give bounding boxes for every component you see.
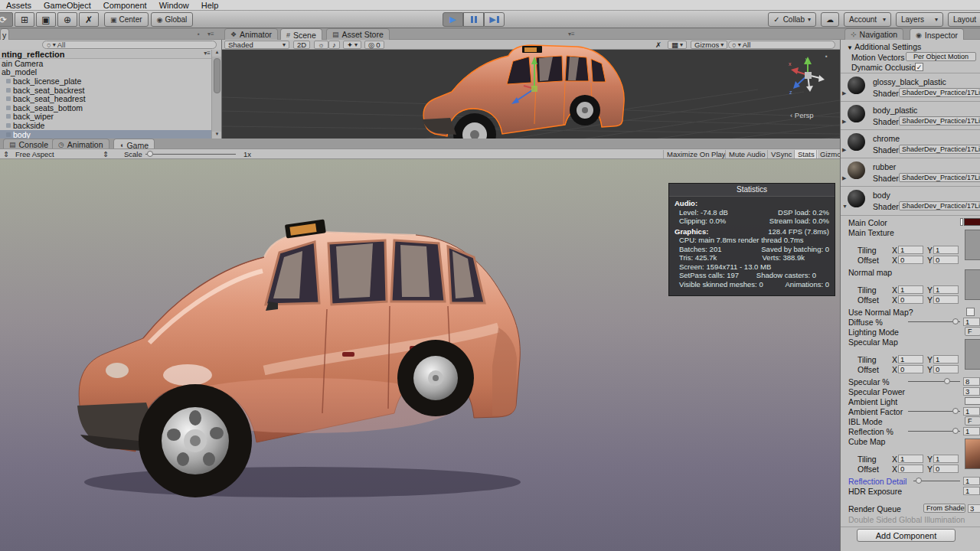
layout-dropdown[interactable]: Layout▾ xyxy=(948,12,980,27)
tab-scene[interactable]: #Scene xyxy=(280,28,322,41)
shading-mode-dropdown[interactable]: Shaded▾ xyxy=(224,41,289,49)
gizmos-dropdown-button[interactable]: Gizmos▾ xyxy=(816,150,840,158)
hierarchy-item[interactable]: backside xyxy=(0,121,212,130)
display-dropdown[interactable]: ⇕ xyxy=(0,150,12,158)
offset-y-field[interactable]: 0 xyxy=(933,465,959,473)
tiling-y-field[interactable]: 1 xyxy=(933,455,959,463)
collab-button[interactable]: ✓Collab▾ xyxy=(768,12,816,27)
hierarchy-item-camera[interactable]: ain Camera xyxy=(0,59,212,68)
scene-orientation-gizmo[interactable]: y x z xyxy=(787,54,828,96)
move-tool-button[interactable]: ⊞ xyxy=(15,12,34,27)
tab-inspector[interactable]: ◉Inspector xyxy=(910,28,964,41)
offset-y-field[interactable]: 0 xyxy=(933,365,959,373)
offset-x-field[interactable]: 0 xyxy=(898,295,923,304)
scene-row-menu-icon[interactable]: ▾≡ xyxy=(204,50,211,57)
vsync-button[interactable]: VSync xyxy=(767,150,795,158)
hierarchy-item[interactable]: back_seat_backrest xyxy=(0,86,212,95)
reflection-detail-slider[interactable] xyxy=(913,477,960,485)
scrollbar-thumb[interactable] xyxy=(214,58,220,93)
hierarchy-item[interactable]: back_seats_bottom xyxy=(0,103,212,112)
motion-vectors-dropdown[interactable]: Per Object Motion xyxy=(906,52,976,61)
perspective-label[interactable]: ‹ Persp xyxy=(790,111,814,119)
cube-map-slot[interactable] xyxy=(965,439,980,469)
diffuse-slider[interactable] xyxy=(908,318,960,326)
stats-button[interactable]: Stats xyxy=(794,150,818,158)
dynamic-occlusion-checkbox[interactable]: ✓ xyxy=(915,63,923,71)
scene-panel-menu-icon[interactable]: ▾≡ xyxy=(568,31,575,37)
main-texture-slot[interactable] xyxy=(965,230,980,260)
hierarchy-item-selected[interactable]: body xyxy=(0,130,212,139)
material-foldout-icon[interactable]: ▼ xyxy=(842,204,848,209)
tab-navigation[interactable]: ⊹Navigation xyxy=(844,28,903,40)
tiling-y-field[interactable]: 1 xyxy=(933,246,959,254)
menu-window[interactable]: Window xyxy=(159,1,189,10)
reflection-value-field[interactable]: 1 xyxy=(963,427,980,435)
tiling-x-field[interactable]: 1 xyxy=(898,285,923,294)
lighting-toggle-button[interactable]: ☼ xyxy=(314,41,328,49)
specular-value-field[interactable]: 8 xyxy=(963,377,980,386)
scene-header-row[interactable]: nting_reflection xyxy=(0,50,212,59)
lock-icon[interactable]: ▪ xyxy=(825,53,828,60)
additional-settings-foldout[interactable]: ▼ Additional Settings xyxy=(847,42,921,51)
reflection-slider[interactable] xyxy=(908,427,960,435)
tiling-x-field[interactable]: 1 xyxy=(898,246,923,254)
hierarchy-panel-menu-icon[interactable]: ▾≡ xyxy=(207,31,214,37)
layers-dropdown[interactable]: Layers▾ xyxy=(896,12,943,27)
shader-dropdown[interactable]: ShaderDev_Practice/17Ligh xyxy=(899,145,980,154)
material-foldout-icon[interactable]: ▶ xyxy=(842,119,846,125)
hierarchy-item[interactable]: back_seat_headrest xyxy=(0,94,212,103)
material-foldout-icon[interactable]: ▶ xyxy=(842,90,846,96)
aspect-dropdown[interactable]: Free Aspect⇕ xyxy=(12,150,112,158)
shader-dropdown[interactable]: ShaderDev_Practice/17Ligh xyxy=(899,116,980,126)
scene-search-input[interactable]: ○▾All xyxy=(728,41,835,49)
mute-audio-button[interactable]: Mute Audio xyxy=(725,150,769,158)
component-tools-button[interactable]: ✗ xyxy=(652,41,665,49)
pivot-global-button[interactable]: ◉Global xyxy=(151,12,194,27)
pause-button[interactable] xyxy=(463,12,484,27)
hierarchy-item[interactable]: back_license_plate xyxy=(0,77,212,86)
2d-toggle-button[interactable]: 2D xyxy=(293,41,310,49)
offset-x-field[interactable]: 0 xyxy=(898,465,923,473)
effects-dropdown-button[interactable]: ✦▾ xyxy=(343,41,361,49)
tiling-y-field[interactable]: 1 xyxy=(933,355,959,364)
lock-icon[interactable]: ▪ xyxy=(198,31,200,37)
scroll-up-icon[interactable]: ▲ xyxy=(212,50,222,57)
tab-animator[interactable]: ❖Animator xyxy=(224,28,278,40)
offset-x-field[interactable]: 0 xyxy=(898,256,923,264)
ibl-mode-dropdown[interactable]: F xyxy=(965,416,980,425)
menu-component[interactable]: Component xyxy=(103,1,147,10)
specular-slider[interactable] xyxy=(908,377,960,386)
hierarchy-item-model[interactable]: ab_model xyxy=(0,68,212,77)
menu-gameobject[interactable]: GameObject xyxy=(44,1,91,10)
audio-toggle-button[interactable]: ♪ xyxy=(328,41,340,49)
tab-hierarchy[interactable]: y xyxy=(0,28,9,41)
lighting-mode-dropdown[interactable]: F xyxy=(965,327,980,336)
hierarchy-item[interactable]: back_wiper xyxy=(0,112,212,122)
render-queue-dropdown[interactable]: From Shader⇕ xyxy=(923,504,965,513)
specular-power-field[interactable]: 3 xyxy=(963,387,980,396)
shader-dropdown[interactable]: ShaderDev_Practice/17Ligh xyxy=(899,173,980,182)
reflection-detail-label[interactable]: Reflection Detail xyxy=(848,477,906,486)
game-viewport[interactable]: Statistics Audio: Level: -74.8 dBDSP loa… xyxy=(0,159,840,551)
scroll-down-icon[interactable]: ▼ xyxy=(212,132,222,139)
scene-camera-dropdown[interactable]: ▦▾ xyxy=(668,41,687,49)
visibility-toggle-button[interactable]: ◎0 xyxy=(364,41,384,49)
material-foldout-icon[interactable]: ▶ xyxy=(842,147,846,153)
offset-x-field[interactable]: 0 xyxy=(898,365,923,373)
main-color-swatch[interactable] xyxy=(964,218,980,226)
tab-asset-store[interactable]: ▤Asset Store xyxy=(326,28,390,40)
shader-dropdown[interactable]: ShaderDev_Practice/17Ligh xyxy=(899,88,980,97)
material-foldout-icon[interactable]: ▶ xyxy=(842,175,846,181)
add-component-button[interactable]: Add Component xyxy=(857,529,956,542)
gizmos-dropdown[interactable]: Gizmos▾ xyxy=(691,41,727,49)
tiling-x-field[interactable]: 1 xyxy=(898,455,923,463)
scene-viewport[interactable]: y x z ‹ Persp ▪ xyxy=(222,50,840,148)
scale-slider[interactable] xyxy=(145,150,236,158)
shader-dropdown[interactable]: ShaderDev_Practice/17Ligh xyxy=(899,201,980,210)
ambient-factor-slider[interactable] xyxy=(908,407,960,416)
offset-y-field[interactable]: 0 xyxy=(933,295,959,304)
reflection-detail-field[interactable]: 1 xyxy=(963,477,980,485)
color-eyedropper[interactable] xyxy=(960,218,963,226)
specular-map-slot[interactable] xyxy=(965,339,980,370)
normal-map-slot[interactable] xyxy=(965,269,980,300)
